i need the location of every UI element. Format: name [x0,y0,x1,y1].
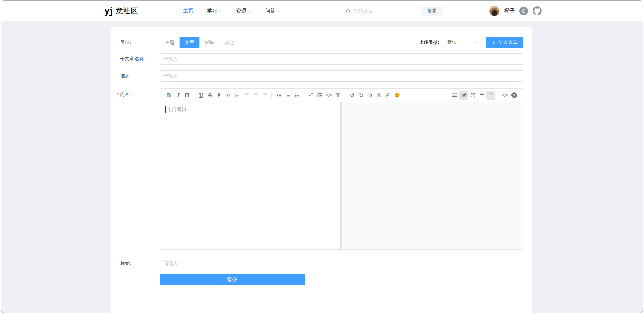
heading-button[interactable]: H [182,91,192,100]
text-cursor [165,106,166,113]
nav-item-qa[interactable]: 问答 [265,1,281,21]
align-right-button[interactable] [260,91,269,100]
submit-button[interactable]: 提交 [160,274,305,285]
toolbar-divider [271,92,272,99]
search-input[interactable] [342,6,422,16]
brand[interactable]: yj 意社区 [104,1,138,21]
gitee-icon[interactable]: G [519,7,528,15]
submit-row: 提交 [160,274,532,285]
field-label: 内容: [120,92,131,98]
type-option-board[interactable]: 板块 [200,37,219,48]
type-row: 类型: 主题 文章 板块 其他 上传类型: 默认 导入文章 [111,37,532,48]
align-center-button[interactable] [251,91,260,100]
tags-label: 标签: [111,258,160,269]
chevron-down-icon [473,40,478,45]
header: yj 意社区 主页 学习 资源 问答 搜索 [1,1,643,21]
preview-toggle-button[interactable] [459,91,468,100]
help-button[interactable]: ? [509,91,519,100]
required-asterisk: * [117,56,119,62]
inline-code-button[interactable]: </> [324,91,333,100]
upload-cluster: 上传类型: 默认 导入文章 [419,37,532,48]
unordered-list-button[interactable] [292,91,301,100]
underline-button[interactable]: U [197,91,206,100]
nav-label: 问答 [265,8,275,14]
site-search: 搜索 [342,6,442,16]
ordered-list-button[interactable]: 123 [283,91,292,100]
editor-body: 开始编辑... [160,102,523,249]
description-label: 描述: [111,70,160,82]
tags-row: 标签: [111,258,532,269]
editor-preview-pane [342,102,523,249]
name-label: * 子文章名称: [111,53,160,65]
subscript-button[interactable]: x₂ [233,91,242,100]
description-row: 描述: [111,70,532,82]
avatar[interactable] [489,6,500,16]
username[interactable]: 橙子 [504,8,515,14]
question-mark-icon: ? [511,92,517,98]
svg-text:3: 3 [286,96,287,98]
main-content: 类型: 主题 文章 板块 其他 上传类型: 默认 导入文章 [1,27,643,313]
table-button[interactable] [333,91,342,100]
pane-resize-handle[interactable] [340,102,342,249]
toolbar-divider [345,92,345,99]
source-code-button[interactable]: </> [500,91,509,100]
chevron-down-icon [277,9,281,13]
bold-button[interactable]: B [164,91,173,100]
check-document-button[interactable] [384,91,393,100]
editor-toolbar: B I H U S x² x₂ 123 [160,89,523,102]
nav-label: 主页 [183,8,193,14]
delete-button[interactable] [366,91,375,100]
emoji-button[interactable] [393,91,402,100]
type-segmented-control: 主题 文章 板块 其他 [160,37,239,48]
outline-menu-button[interactable] [450,91,459,100]
toolbar-divider [304,92,304,99]
superscript-button[interactable]: x² [224,91,233,100]
field-label: 子文章名称: [120,56,145,62]
field-label: 描述: [120,73,131,79]
editor-input-pane[interactable]: 开始编辑... [160,102,340,249]
strikethrough-button[interactable]: S [206,91,215,100]
align-left-button[interactable] [242,91,251,100]
description-input[interactable] [160,70,523,82]
italic-button[interactable]: I [173,91,182,100]
link-button[interactable] [306,91,315,100]
preview-only-button[interactable] [477,91,486,100]
nav-item-home[interactable]: 主页 [183,1,193,21]
chevron-down-icon [248,9,252,13]
redo-button[interactable]: ↻ [357,91,366,100]
undo-button[interactable]: ↺ [347,91,357,100]
save-button[interactable] [375,91,384,100]
download-icon [491,40,496,45]
chevron-down-icon [218,9,222,13]
toolbar-divider [194,92,194,99]
type-option-other[interactable]: 其他 [219,37,239,48]
browser-window: yj 意社区 主页 学习 资源 问答 搜索 [1,0,643,313]
sub-article-name-input[interactable] [160,53,523,65]
upload-type-select[interactable]: 默认 [444,37,481,48]
nav-item-study[interactable]: 学习 [207,1,222,21]
site-logo-icon: yj [104,7,113,15]
image-button[interactable] [315,91,324,100]
main-nav: 主页 学习 资源 问答 [183,1,281,21]
nav-label: 资源 [236,8,246,14]
type-option-article[interactable]: 文章 [180,37,200,48]
field-label: 类型: [120,39,131,45]
content-label: * 内容: [111,88,160,251]
tags-input[interactable] [160,258,523,269]
github-icon[interactable] [533,6,542,15]
nav-item-resources[interactable]: 资源 [236,1,252,21]
fullscreen-button[interactable] [468,91,477,100]
site-title: 意社区 [116,6,138,15]
split-view-button[interactable] [486,91,495,100]
name-row: * 子文章名称: [111,53,532,65]
editor-placeholder: 开始编辑... [166,106,191,113]
quote-button[interactable] [274,91,283,100]
required-asterisk: * [117,92,119,97]
toolbar-right-group: </> ? [450,91,519,100]
search-button[interactable]: 搜索 [422,6,442,16]
type-option-topic[interactable]: 主题 [160,37,180,48]
import-article-button[interactable]: 导入文章 [486,37,523,48]
form-card: 类型: 主题 文章 板块 其他 上传类型: 默认 导入文章 [111,27,532,313]
nav-label: 学习 [207,8,217,14]
bookmark-button[interactable] [215,91,224,100]
